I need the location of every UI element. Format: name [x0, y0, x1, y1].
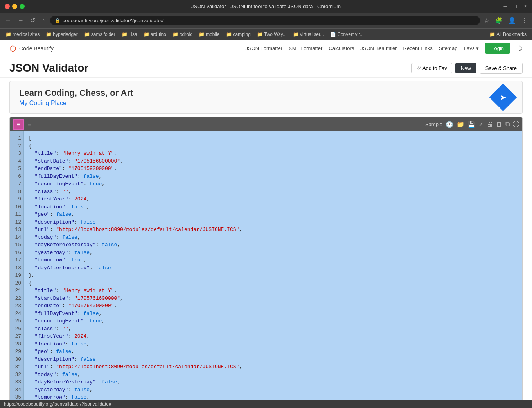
extensions-icon[interactable]: 🧩: [494, 16, 504, 25]
nav-json-formatter[interactable]: JSON Formatter: [245, 45, 282, 51]
nav-sitemap[interactable]: Sitemap: [439, 45, 458, 51]
bookmark-item-arduino[interactable]: 📁 arduino: [141, 31, 169, 38]
url-text: codebeautify.org/jsonvalidator/?jsonvali…: [63, 18, 164, 23]
star-icon[interactable]: ☆: [483, 16, 491, 25]
bookmark-item-hyperledger[interactable]: 📁 hyperledger: [43, 31, 80, 38]
print-icon[interactable]: 🖨: [487, 121, 493, 128]
nav-favs[interactable]: Favs ▾: [464, 45, 479, 51]
editor-toolbar-right: Sample 🕐 📁 💾 ✓ 🖨 🗑 ⧉ ⛶: [425, 121, 519, 128]
folder-icon: 📁: [122, 32, 128, 37]
profile-icon[interactable]: 👤: [507, 16, 517, 25]
new-button[interactable]: New: [455, 63, 476, 73]
copy-icon[interactable]: ⧉: [505, 121, 510, 128]
nav-calculators[interactable]: Calculators: [329, 45, 354, 51]
editor-format-button[interactable]: ≡: [13, 119, 24, 130]
bookmark-item-all[interactable]: 📁 All Bookmarks: [487, 31, 529, 38]
forward-button[interactable]: →: [16, 16, 26, 25]
ad-subtext: My Coding Place: [19, 100, 133, 107]
folder-icon: 📁: [84, 32, 90, 37]
delete-icon[interactable]: 🗑: [496, 121, 502, 128]
fullscreen-icon[interactable]: ⛶: [513, 121, 519, 128]
bookmarks-bar: 📁 medical sites 📁 hyperledger 📁 sams fol…: [0, 28, 532, 40]
page-content: ⬡ Code Beautify JSON Formatter XML Forma…: [0, 40, 532, 408]
site-header: ⬡ Code Beautify JSON Formatter XML Forma…: [0, 40, 532, 57]
bookmark-item-medical[interactable]: 📁 medical sites: [3, 31, 42, 38]
folder-icon: 📁: [293, 32, 299, 37]
dark-mode-button[interactable]: ☽: [516, 44, 523, 53]
folder-icon: 📁: [144, 32, 149, 37]
window-controls: [5, 4, 25, 9]
folder-icon: 📁: [46, 32, 52, 37]
site-logo: ⬡ Code Beautify: [9, 44, 54, 53]
code-editor[interactable]: 12345 678910 1112131415 1617181920 21222…: [10, 131, 522, 408]
folder-icon: 📁: [199, 32, 205, 37]
nav-recent-links[interactable]: Recent Links: [403, 45, 433, 51]
close-window-button[interactable]: [5, 4, 10, 9]
back-button[interactable]: ←: [3, 16, 13, 25]
toolbar-icons: ☆ 🧩 👤 ⋮: [483, 16, 529, 25]
folder-icon: 📁: [5, 32, 11, 37]
nav-xml-formatter[interactable]: XML Formatter: [289, 45, 322, 51]
nav-json-beautifier[interactable]: JSON Beautifier: [360, 45, 397, 51]
site-nav: JSON Formatter XML Formatter Calculators…: [245, 43, 523, 54]
bookmark-item-virtual[interactable]: 📁 virtual ser...: [291, 31, 326, 38]
home-button[interactable]: ⌂: [40, 16, 47, 25]
logo-text: Code Beautify: [19, 45, 54, 52]
restore-icon[interactable]: ◻: [513, 4, 517, 9]
bookmark-item-twoway[interactable]: 📁 Two Way...: [255, 31, 289, 38]
code-content[interactable]: [ { "title": "Henry swim at Y", "startDa…: [24, 131, 522, 408]
browser-toolbar: ← → ↺ ⌂ 🔒 codebeautify.org/jsonvalidator…: [0, 13, 532, 28]
bookmark-item-convert[interactable]: 📄 Convert vir...: [328, 31, 366, 38]
bookmark-item-sams[interactable]: 📁 sams folder: [82, 31, 118, 38]
menu-icon[interactable]: ⋮: [520, 16, 529, 25]
ad-text: Learn Coding, Chess, or Art My Coding Pl…: [19, 88, 133, 107]
bookmark-item-lisa[interactable]: 📁 Lisa: [119, 31, 140, 38]
page-title-area: JSON Validator ♡ Add to Fav New Save & S…: [0, 57, 532, 78]
format-icon: ≡: [17, 121, 20, 127]
ad-icon: ➤: [489, 84, 517, 111]
browser-title: JSON Validator - JSONLint tool to valida…: [191, 4, 341, 9]
page-title: JSON Validator: [9, 62, 88, 74]
save-icon[interactable]: 💾: [467, 121, 475, 128]
direction-sign-icon: ➤: [500, 93, 507, 102]
bookmark-item-mobile[interactable]: 📁 mobile: [196, 31, 222, 38]
minimize-window-button[interactable]: [12, 4, 17, 9]
add-to-fav-label: Add to Fav: [422, 65, 447, 71]
minimize-icon[interactable]: ─: [503, 4, 507, 9]
editor-toolbar: ≡ ≡ Sample 🕐 📁 💾 ✓ 🖨 🗑 ⧉ ⛶: [10, 117, 522, 131]
ad-heading: Learn Coding, Chess, or Art: [19, 88, 133, 98]
save-share-button[interactable]: Save & Share: [480, 63, 523, 74]
page-icon: 📄: [330, 32, 336, 37]
close-icon[interactable]: ✕: [523, 4, 527, 9]
add-to-fav-button[interactable]: ♡ Add to Fav: [411, 63, 452, 73]
logo-icon: ⬡: [9, 44, 16, 53]
status-url: https://codebeautify.org/jsonvalidator/?…: [4, 401, 111, 407]
sample-label: Sample: [425, 122, 442, 127]
title-buttons: ♡ Add to Fav New Save & Share: [411, 63, 523, 74]
folder-icon: 📁: [257, 32, 263, 37]
folder-icon[interactable]: 📁: [457, 121, 464, 128]
check-icon[interactable]: ✓: [478, 121, 483, 128]
folder-icon: 📁: [226, 32, 232, 37]
browser-status-bar: https://codebeautify.org/jsonvalidator/?…: [0, 400, 532, 408]
address-bar[interactable]: 🔒 codebeautify.org/jsonvalidator/?jsonva…: [50, 16, 480, 25]
line-numbers: 12345 678910 1112131415 1617181920 21222…: [10, 131, 24, 408]
editor-menu-button[interactable]: ≡: [26, 120, 33, 129]
reload-button[interactable]: ↺: [28, 16, 37, 25]
bookmark-item-odroid[interactable]: 📁 odroid: [170, 31, 195, 38]
folder-icon: 📁: [173, 32, 178, 37]
history-icon[interactable]: 🕐: [446, 121, 453, 128]
win-buttons: ─ ◻ ✕: [503, 4, 527, 9]
browser-titlebar: JSON Validator - JSONLint tool to valida…: [0, 0, 532, 13]
editor-wrapper: ≡ ≡ Sample 🕐 📁 💾 ✓ 🖨 🗑 ⧉ ⛶ 12345 678910 …: [9, 117, 523, 408]
login-button[interactable]: Login: [485, 43, 510, 54]
folder-icon: 📁: [489, 32, 495, 37]
maximize-window-button[interactable]: [20, 4, 25, 9]
secure-icon: 🔒: [55, 18, 60, 23]
heart-icon: ♡: [416, 65, 421, 71]
bookmark-item-camping[interactable]: 📁 camping: [224, 31, 253, 38]
ad-banner: Learn Coding, Chess, or Art My Coding Pl…: [9, 81, 523, 114]
